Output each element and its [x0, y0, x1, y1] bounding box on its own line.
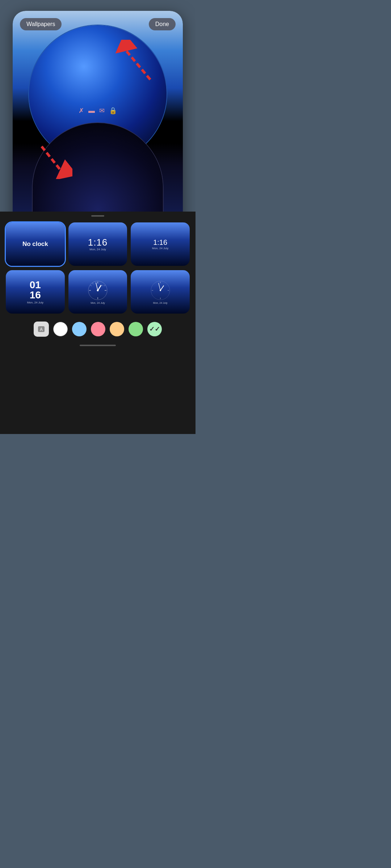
clock-style-digital-small[interactable]: 1:16 Mon, 24 July	[68, 222, 127, 266]
font-icon: A	[37, 325, 45, 333]
message-icon: ▬	[88, 107, 95, 115]
swatch-peach[interactable]	[110, 322, 124, 336]
swatch-blue[interactable]	[72, 322, 87, 336]
analog-clock-1	[87, 280, 108, 301]
color-swatch-row: A ✓	[0, 318, 196, 340]
clock-date-2: Mon, 24 July	[152, 247, 168, 250]
email-icon: ✉	[99, 107, 105, 115]
clock-date-1: Mon, 24 July	[89, 248, 106, 251]
missed-call-icon: ✗	[79, 107, 84, 115]
svg-line-9	[90, 285, 92, 286]
clock-style-bold[interactable]: 01 16 Mon, 24 July	[6, 270, 65, 314]
swatch-pink[interactable]	[91, 322, 105, 336]
clock-analog-date-1: Mon, 24 July	[91, 302, 105, 304]
font-swatch[interactable]: A	[34, 322, 49, 337]
svg-line-14	[96, 283, 98, 290]
clock-time-2: 1:16	[153, 239, 167, 246]
svg-line-12	[104, 285, 105, 286]
lock-icon: 🔒	[109, 107, 117, 115]
svg-line-22	[159, 283, 160, 290]
clock-style-no-clock[interactable]: No clock	[6, 222, 65, 266]
clock-bold-hour: 01	[30, 280, 41, 290]
home-indicator	[80, 345, 116, 346]
no-clock-label: No clock	[22, 241, 48, 248]
clock-time-1: 1:16	[88, 238, 108, 247]
clock-style-analog-2[interactable]: Mon, 24 July	[131, 270, 190, 314]
svg-line-21	[160, 286, 164, 290]
clock-style-analog-1[interactable]: Mon, 24 July	[68, 270, 127, 314]
bottom-sheet: No clock 1:16 Mon, 24 July 1:16 Mon, 24 …	[0, 212, 196, 434]
clock-bold-min: 16	[30, 290, 41, 300]
done-button[interactable]: Done	[149, 18, 176, 30]
swatch-green[interactable]	[129, 322, 143, 336]
clock-bold-date: Mon, 24 July	[27, 301, 43, 304]
phone-preview: ✗ ▬ ✉ 🔒 Wallpapers Done	[13, 11, 183, 231]
svg-line-11	[102, 285, 103, 286]
notification-icons: ✗ ▬ ✉ 🔒	[79, 107, 117, 115]
wallpapers-button[interactable]: Wallpapers	[20, 18, 62, 30]
clock-bold-display: 01 16 Mon, 24 July	[27, 280, 43, 304]
swatch-white[interactable]	[53, 322, 68, 336]
drag-handle[interactable]	[91, 215, 104, 217]
clock-style-grid-row1: No clock 1:16 Mon, 24 July 1:16 Mon, 24 …	[0, 222, 196, 266]
clock-analog-date-2: Mon, 24 July	[153, 302, 168, 304]
wallpaper-background: ✗ ▬ ✉ 🔒	[13, 11, 183, 231]
clock-style-digital-large[interactable]: 1:16 Mon, 24 July	[131, 222, 190, 266]
svg-point-15	[97, 289, 98, 291]
analog-clock-2	[150, 280, 171, 301]
clock-style-grid-row2: 01 16 Mon, 24 July	[0, 270, 196, 314]
svg-text:A: A	[40, 327, 43, 332]
svg-line-10	[92, 283, 93, 284]
svg-point-23	[160, 290, 161, 291]
swatch-light-green[interactable]: ✓	[147, 322, 162, 336]
